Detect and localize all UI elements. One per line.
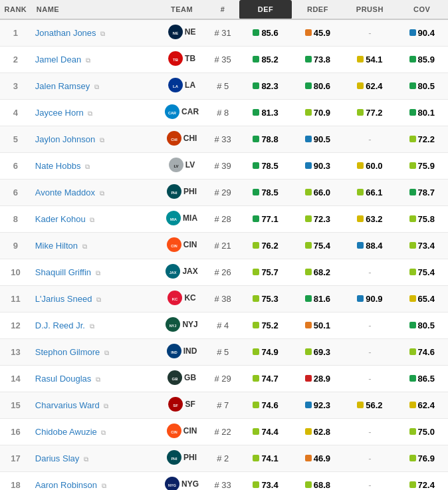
cov-cell: 80.5 xyxy=(396,312,448,339)
table-row: 11 L'Jarius Sneed ⧉ KC KC # 38 75.3 81.6… xyxy=(0,286,448,312)
prush-cell: - xyxy=(344,126,395,153)
score-value: 78.7 xyxy=(409,187,435,197)
score-value: 62.4 xyxy=(409,400,435,410)
prush-cell: - xyxy=(344,419,395,445)
score-dot xyxy=(357,56,364,62)
player-link[interactable]: Jaylon Johnson xyxy=(35,134,95,144)
score-dot xyxy=(305,56,312,62)
team-logo: MIA MIA xyxy=(166,211,197,225)
name-cell[interactable]: Chidobe Awuzie ⧉ xyxy=(31,419,158,445)
player-link[interactable]: Chidobe Awuzie xyxy=(35,427,97,437)
team-logo: CIN CIN xyxy=(167,424,197,438)
svg-text:PHI: PHI xyxy=(171,191,177,195)
score-value: 63.2 xyxy=(357,214,382,224)
prush-cell: - xyxy=(344,445,395,472)
name-cell[interactable]: L'Jarius Sneed ⧉ xyxy=(31,286,158,312)
player-link[interactable]: Jalen Ramsey xyxy=(35,81,90,91)
copy-icon: ⧉ xyxy=(84,455,88,463)
num-cell: # 7 xyxy=(206,392,239,419)
name-cell[interactable]: Jamel Dean ⧉ xyxy=(31,47,158,73)
score-value: 75.2 xyxy=(253,320,278,330)
player-link[interactable]: Mike Hilton xyxy=(35,241,78,251)
score-value: 73.8 xyxy=(305,55,330,64)
score-dot xyxy=(357,109,364,116)
def-cell: 78.5 xyxy=(239,153,291,180)
team-cell: KC KC xyxy=(158,286,206,312)
def-cell: 85.2 xyxy=(239,47,291,73)
score-value: 74.6 xyxy=(253,400,278,410)
name-cell[interactable]: D.J. Reed Jr. ⧉ xyxy=(31,312,158,339)
rank-header: RANK xyxy=(0,0,31,19)
score-dot xyxy=(357,162,364,169)
score-dot xyxy=(305,322,312,328)
team-logo: TB TB xyxy=(168,51,195,66)
player-link[interactable]: Stephon Gilmore xyxy=(35,347,100,357)
team-abbr: GB xyxy=(184,373,196,382)
rdef-cell: 66.0 xyxy=(292,180,344,206)
score-value: 78.5 xyxy=(253,161,278,171)
score-dot xyxy=(253,162,259,169)
player-link[interactable]: L'Jarius Sneed xyxy=(35,294,92,304)
player-link[interactable]: Jamel Dean xyxy=(35,55,81,64)
score-dot xyxy=(409,215,416,222)
team-logo: PHI PHI xyxy=(167,184,197,199)
score-value: 66.0 xyxy=(305,187,330,197)
score-dot xyxy=(253,189,259,195)
table-row: 10 Shaquill Griffin ⧉ JAX JAX # 26 75.7 … xyxy=(0,259,448,286)
name-cell[interactable]: Aaron Robinson ⧉ xyxy=(31,472,158,491)
cov-cell: 75.4 xyxy=(396,259,448,286)
score-dash: - xyxy=(368,267,371,277)
score-dot xyxy=(409,82,416,89)
name-cell[interactable]: Jalen Ramsey ⧉ xyxy=(31,73,158,100)
team-cell: CHI CHI xyxy=(158,126,206,153)
name-cell[interactable]: Kader Kohou ⧉ xyxy=(31,206,158,233)
name-cell[interactable]: Charvarius Ward ⧉ xyxy=(31,392,158,419)
player-link[interactable]: Rasul Douglas xyxy=(35,374,92,384)
cov-cell: 65.4 xyxy=(396,286,448,312)
def-cell: 74.9 xyxy=(239,339,291,366)
team-header: TEAM xyxy=(158,0,206,19)
player-link[interactable]: Aaron Robinson xyxy=(35,480,97,490)
def-cell: 78.5 xyxy=(239,180,291,206)
score-dot xyxy=(305,269,312,275)
player-link[interactable]: Jonathan Jones xyxy=(35,28,96,38)
name-cell[interactable]: Avonte Maddox ⧉ xyxy=(31,180,158,206)
name-cell[interactable]: Jaylon Johnson ⧉ xyxy=(31,126,158,153)
name-cell[interactable]: Stephon Gilmore ⧉ xyxy=(31,339,158,366)
score-value: 75.3 xyxy=(253,294,278,304)
team-cell: PHI PHI xyxy=(158,180,206,206)
rdef-cell: 68.8 xyxy=(292,472,344,491)
name-cell[interactable]: Rasul Douglas ⧉ xyxy=(31,366,158,392)
player-link[interactable]: D.J. Reed Jr. xyxy=(35,320,85,330)
name-cell[interactable]: Nate Hobbs ⧉ xyxy=(31,153,158,180)
player-link[interactable]: Nate Hobbs xyxy=(35,161,81,171)
player-link[interactable]: Charvarius Ward xyxy=(35,400,100,410)
player-link[interactable]: Kader Kohou xyxy=(35,214,86,224)
rdef-cell: 92.3 xyxy=(292,392,344,419)
name-cell[interactable]: Jonathan Jones ⧉ xyxy=(31,19,158,47)
player-link[interactable]: Darius Slay xyxy=(35,453,79,463)
copy-icon: ⧉ xyxy=(96,269,100,277)
num-cell: # 31 xyxy=(206,19,239,47)
name-cell[interactable]: Jaycee Horn ⧉ xyxy=(31,100,158,126)
score-value: 92.3 xyxy=(305,400,330,410)
player-link[interactable]: Jaycee Horn xyxy=(35,108,84,118)
score-dot xyxy=(253,136,259,142)
team-logo: CAR CAR xyxy=(165,104,199,119)
name-cell[interactable]: Darius Slay ⧉ xyxy=(31,445,158,472)
copy-icon: ⧉ xyxy=(102,482,106,489)
player-link[interactable]: Avonte Maddox xyxy=(35,187,95,197)
score-dot xyxy=(409,29,416,36)
table-row: 9 Mike Hilton ⧉ CIN CIN # 21 76.2 75.4 8… xyxy=(0,233,448,259)
rank-cell: 17 xyxy=(0,445,31,472)
player-link[interactable]: Shaquill Griffin xyxy=(35,267,91,277)
prush-cell: - xyxy=(344,339,395,366)
score-value: 73.4 xyxy=(409,241,435,251)
num-cell: # 39 xyxy=(206,153,239,180)
score-dot xyxy=(305,348,312,355)
name-cell[interactable]: Mike Hilton ⧉ xyxy=(31,233,158,259)
team-abbr: TB xyxy=(185,54,195,63)
score-dot xyxy=(409,428,416,435)
prush-cell: - xyxy=(344,472,395,491)
name-cell[interactable]: Shaquill Griffin ⧉ xyxy=(31,259,158,286)
